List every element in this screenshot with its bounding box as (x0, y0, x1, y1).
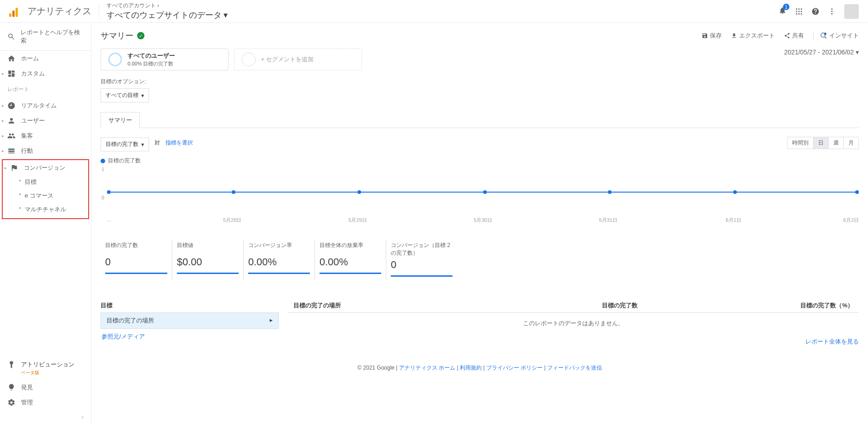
no-data-message: このレポートのデータはありません。 (288, 313, 859, 334)
export-icon (731, 32, 737, 39)
app-header: アナリティクス すべてのアカウント › すべてのウェブサイトのデータ▾ 1 (0, 0, 868, 23)
add-segment-button[interactable]: + セグメントを追加 (234, 48, 362, 70)
lightbulb-icon (7, 383, 16, 392)
sidebar-item-ecommerce[interactable]: e コマース (3, 189, 88, 203)
legend-dot-icon (101, 159, 105, 163)
choose-metric-link[interactable]: 指標を選択 (165, 139, 193, 147)
account-picker[interactable]: すべてのアカウント › すべてのウェブサイトのデータ▾ (107, 2, 228, 21)
goal-location-row[interactable]: 目標の完了の場所▸ (101, 312, 279, 329)
segment-all-users[interactable]: すべてのユーザー0.00% 目標の完了数 (101, 48, 229, 70)
chart-line (107, 192, 859, 193)
save-icon (702, 32, 708, 39)
metric-goal-completions[interactable]: 目標の完了数0 (101, 240, 172, 280)
metric-conversion-rate[interactable]: コンバージョン率0.00% (243, 240, 314, 280)
help-icon[interactable] (811, 7, 820, 16)
metric-abandon-rate[interactable]: 目標全体の放棄率0.00% (314, 240, 386, 280)
svg-line-13 (825, 37, 826, 38)
notification-badge: 1 (783, 4, 789, 10)
sidebar-item-admin[interactable]: 管理 (0, 395, 91, 410)
y-tick-0: 0 (101, 195, 104, 200)
save-button[interactable]: 保存 (702, 32, 722, 40)
toggle-hour[interactable]: 時間別 (788, 137, 813, 149)
col-completions[interactable]: 目標の完了数 (486, 299, 644, 313)
collapse-sidebar-button[interactable]: ‹ (0, 410, 91, 424)
metric-goal2-completions[interactable]: コンバージョン（目標 2 の完了数）0 (386, 240, 457, 280)
footer-link-home[interactable]: アナリティクス ホーム (399, 365, 455, 371)
vs-label: 対 (154, 139, 160, 147)
insight-button[interactable]: インサイト (813, 32, 859, 40)
report-section-label: レポート (0, 81, 91, 98)
footer-link-privacy[interactable]: プライバシー ポリシー (486, 365, 543, 371)
svg-point-4 (799, 11, 800, 12)
x-axis: ... 5月28日 5月29日 5月30日 5月31日 6月1日 6月2日 (107, 217, 859, 224)
svg-point-7 (799, 13, 800, 14)
search-icon (7, 32, 15, 41)
svg-point-11 (831, 13, 833, 14)
acquisition-icon (7, 132, 16, 140)
toggle-day[interactable]: 日 (813, 137, 828, 149)
goal-select[interactable]: すべての目標 ▾ (101, 88, 149, 102)
sidebar-item-realtime[interactable]: リアルタイム (0, 98, 91, 113)
product-name: アナリティクス (27, 5, 91, 17)
date-range-picker[interactable]: 2021/05/27 - 2021/06/02 ▾ (784, 48, 859, 56)
svg-point-5 (801, 11, 802, 12)
sidebar-item-acquisition[interactable]: 集客 (0, 128, 91, 143)
chart-legend: 目標の完了数 (101, 157, 859, 165)
sidebar-item-attribution[interactable]: アトリビューションベータ版 (0, 357, 91, 380)
sidebar-item-discover[interactable]: 発見 (0, 380, 91, 395)
time-granularity-toggle: 時間別 日 週 月 (787, 137, 859, 149)
footer-link-feedback[interactable]: フィードバックを送信 (547, 365, 602, 371)
primary-metric-select[interactable]: 目標の完了数 ▾ (101, 137, 149, 151)
line-chart: 1 0 ... 5月28日 5月29日 5月30日 5月31日 (101, 166, 859, 226)
source-medium-link[interactable]: 参照元/メディア (101, 329, 279, 344)
verified-icon: ✓ (137, 32, 144, 39)
sidebar-item-custom[interactable]: カスタム (0, 66, 91, 81)
sidebar-item-user[interactable]: ユーザー (0, 113, 91, 128)
share-button[interactable]: 共有 (784, 32, 804, 40)
conversion-highlight-box: コンバージョン 目標 e コマース マルチチャネル (2, 159, 89, 219)
sidebar-item-multichannel[interactable]: マルチチャネル (3, 203, 88, 216)
export-button[interactable]: エクスポート (731, 32, 775, 40)
clock-icon (7, 102, 16, 110)
y-tick-1: 1 (101, 166, 104, 172)
footer-link-terms[interactable]: 利用規約 (460, 365, 482, 371)
goal-list-header: 目標 (101, 299, 279, 312)
toggle-month[interactable]: 月 (843, 137, 858, 149)
beta-label: ベータ版 (21, 370, 39, 375)
svg-point-8 (801, 13, 802, 14)
chevron-right-icon: ▸ (270, 317, 273, 325)
col-location[interactable]: 目標の完了の場所 (288, 299, 486, 313)
svg-point-6 (796, 13, 797, 14)
svg-point-14 (824, 32, 826, 35)
more-icon[interactable] (828, 7, 836, 16)
search-placeholder: レポートとヘルプを検索 (21, 28, 84, 45)
completion-table: 目標の完了の場所 目標の完了数 目標の完了数（%） このレポートのデータはありま… (288, 299, 859, 334)
sidebar-item-home[interactable]: ホーム (0, 51, 91, 66)
svg-point-9 (831, 8, 833, 10)
goal-option-label: 目標のオプション: (101, 78, 859, 86)
sidebar-item-goal[interactable]: 目標 (3, 175, 88, 189)
view-full-report-link[interactable]: レポート全体を見る (288, 338, 859, 346)
dashboard-icon (7, 70, 16, 78)
account-avatar[interactable] (844, 4, 859, 19)
segment-circle-icon (108, 53, 122, 66)
sidebar-item-behavior[interactable]: 行動 (0, 143, 91, 158)
sidebar-search[interactable]: レポートとヘルプを検索 (0, 23, 91, 51)
apps-icon[interactable] (795, 7, 803, 16)
share-icon (784, 32, 790, 39)
tab-summary[interactable]: サマリー (101, 112, 140, 128)
svg-point-1 (799, 8, 800, 10)
metric-goal-value[interactable]: 目標値$0.00 (172, 240, 243, 280)
user-icon (7, 117, 16, 125)
scorecard-row: 目標の完了数0 目標値$0.00 コンバージョン率0.00% 目標全体の放棄率0… (101, 240, 859, 280)
chevron-down-icon: ▾ (224, 10, 228, 20)
sidebar-item-conversion[interactable]: コンバージョン (3, 160, 88, 175)
toggle-week[interactable]: 週 (828, 137, 843, 149)
svg-point-3 (796, 11, 797, 12)
col-completion-pct[interactable]: 目標の完了数（%） (643, 299, 859, 313)
sidebar: レポートとヘルプを検索 ホーム カスタム レポート リアルタイム ユーザー 集客… (0, 23, 91, 424)
svg-point-2 (801, 8, 802, 10)
notifications-button[interactable]: 1 (778, 6, 787, 16)
behavior-icon (7, 147, 16, 155)
insight-icon (820, 32, 827, 39)
